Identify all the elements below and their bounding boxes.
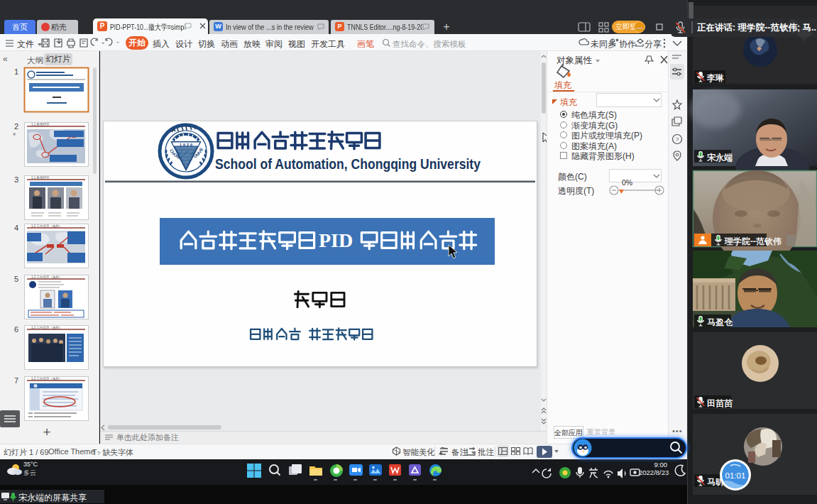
- svg-text:1.1 教育经历: 1.1 教育经历: [31, 175, 50, 180]
- svg-text:5: 5: [14, 275, 18, 283]
- svg-text:4: 4: [14, 224, 18, 232]
- svg-text:1.2 工作简历（海外）: 1.2 工作简历（海外）: [31, 325, 62, 329]
- svg-text:李琳: 李琳: [706, 73, 724, 83]
- svg-text:3: 3: [14, 175, 18, 184]
- svg-text:PID: PID: [319, 229, 353, 251]
- svg-text:理学院--范钦伟: 理学院--范钦伟: [724, 236, 782, 246]
- svg-text:7: 7: [14, 376, 18, 385]
- svg-text:1.1 教育经历: 1.1 教育经历: [31, 122, 50, 127]
- svg-text:2: 2: [14, 122, 18, 131]
- svg-text:1: 1: [14, 67, 18, 76]
- svg-text:School of Automation, Chongqin: School of Automation, Chongqing Universi…: [215, 155, 481, 172]
- svg-text:田苗苗: 田苗苗: [707, 398, 733, 408]
- svg-text:6: 6: [14, 325, 18, 334]
- svg-text:?: ?: [676, 136, 679, 143]
- svg-text:01:01: 01:01: [725, 471, 746, 480]
- svg-text:1 9 2 9: 1 9 2 9: [180, 143, 193, 147]
- svg-text:1.2 工作简历（海外）: 1.2 工作简历（海外）: [31, 275, 62, 279]
- svg-text:1.2 工作简历（海外）: 1.2 工作简历（海外）: [31, 376, 62, 380]
- svg-text:马盈仓: 马盈仓: [707, 317, 733, 327]
- svg-text:宋永端: 宋永端: [706, 153, 733, 163]
- svg-text:1.2 工作简历（海外）: 1.2 工作简历（海外）: [31, 224, 62, 228]
- svg-text:*: *: [13, 131, 16, 140]
